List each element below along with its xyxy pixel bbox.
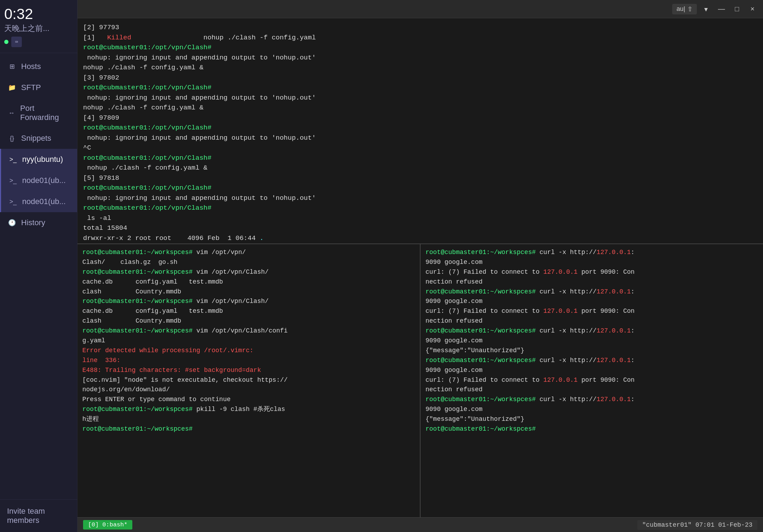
sidebar-item-snippets[interactable]: {} Snippets xyxy=(0,128,77,149)
term-line: 9090 google.com xyxy=(425,336,758,346)
share-icon: ⇧ xyxy=(687,5,693,13)
sidebar-bottom: Invite team members xyxy=(0,499,77,532)
term-line: Error detected while processing /root/.v… xyxy=(82,346,415,356)
sidebar-item-port-forwarding-label: Port Forwarding xyxy=(20,104,70,122)
session-label: au| xyxy=(676,5,685,13)
term-line: root@cubmaster01:~/workspces# vim /opt/v… xyxy=(82,326,415,336)
term-line: root@cubmaster01:~/workspces# xyxy=(425,424,758,434)
term-line: [4] 97809 xyxy=(83,113,757,123)
term-line: 9090 google.com xyxy=(425,366,758,375)
sidebar-item-node01-1-label: node01(ub... xyxy=(22,176,66,185)
term-line: root@cubmaster01:~/workspces# curl -x ht… xyxy=(425,248,758,258)
terminal-bottom-split: root@cubmaster01:~/workspces# vim /opt/v… xyxy=(77,243,763,517)
terminal-node2-icon: >_ xyxy=(8,197,18,207)
term-line: clash Country.mmdb xyxy=(82,287,415,297)
top-icons: ⌨ xyxy=(4,37,73,47)
term-line: nection refused xyxy=(425,385,758,395)
terminal-nyy-icon: >_ xyxy=(8,154,18,164)
term-line: [coc.nvim] "node" is not executable, che… xyxy=(82,375,415,385)
term-line: curl: (7) Failed to connect to 127.0.0.1… xyxy=(425,267,758,277)
term-line: nohup: ignoring input and appending outp… xyxy=(83,93,757,103)
terminal-node1-icon: >_ xyxy=(8,176,18,185)
term-line: root@cubmaster01:/opt/vpn/Clash# xyxy=(83,43,757,53)
term-line: g.yaml xyxy=(82,336,415,346)
term-line: ^C xyxy=(83,143,757,153)
term-line: root@cubmaster01:~/workspces# vim /opt/v… xyxy=(82,267,415,277)
term-line: line 336: xyxy=(82,356,415,366)
term-line: nohup: ignoring input and appending outp… xyxy=(83,133,757,143)
term-line: nohup ./clash -f config.yaml & xyxy=(83,103,757,113)
term-line: curl: (7) Failed to connect to 127.0.0.1… xyxy=(425,306,758,316)
sidebar-item-hosts[interactable]: ⊞ Hosts xyxy=(0,56,77,77)
term-line: ls -al xyxy=(83,213,757,223)
term-line: [3] 97802 xyxy=(83,73,757,83)
sidebar: 0:32 天晚上之前... ⌨ ⊞ Hosts 📁 SFTP ↔ Port Fo… xyxy=(0,0,77,532)
term-line: h进程 xyxy=(82,414,415,424)
session-button[interactable]: au| ⇧ xyxy=(672,4,697,14)
sidebar-item-nyy-ubuntu[interactable]: >_ nyy(ubuntu) xyxy=(0,149,77,170)
sidebar-item-snippets-label: Snippets xyxy=(21,134,51,143)
top-bar: au| ⇧ ▾ — □ × xyxy=(77,0,763,18)
terminal-area: [2] 97793 [1] Killed nohup ./clash -f co… xyxy=(77,18,763,517)
history-icon: 🕐 xyxy=(7,218,17,228)
status-bar-info: "cubmaster01" 07:01 01-Feb-23 xyxy=(637,520,757,530)
maximize-button[interactable]: □ xyxy=(732,4,742,14)
term-line: [2] 97793 xyxy=(83,23,757,33)
close-button[interactable]: × xyxy=(748,4,757,14)
term-line: 9090 google.com xyxy=(425,297,758,306)
sidebar-item-node01-2[interactable]: >_ node01(ub... xyxy=(0,191,77,212)
status-bar-session: [0] 0:bash* xyxy=(83,520,132,530)
dropdown-button[interactable]: ▾ xyxy=(701,4,711,14)
sidebar-item-node01-1[interactable]: >_ node01(ub... xyxy=(0,170,77,191)
term-line: root@cubmaster01:/opt/vpn/Clash# xyxy=(83,203,757,213)
sidebar-item-nyy-label: nyy(ubuntu) xyxy=(22,155,63,164)
invite-team-button[interactable]: Invite team members xyxy=(7,507,70,525)
term-line: 9090 google.com xyxy=(425,258,758,267)
term-line: root@cubmaster01:~/workspces# vim /opt/v… xyxy=(82,297,415,306)
term-line: root@cubmaster01:~/workspces# pkill -9 c… xyxy=(82,405,415,414)
term-line: curl: (7) Failed to connect to 127.0.0.1… xyxy=(425,375,758,385)
term-line: root@cubmaster01:~/workspces# xyxy=(82,424,415,434)
term-line: root@cubmaster01:/opt/vpn/Clash# xyxy=(83,123,757,133)
term-line: drwxr-xr-x 2 root root 4096 Feb 1 06:44 … xyxy=(83,233,757,243)
term-line: nohup: ignoring input and appending outp… xyxy=(83,53,757,63)
sidebar-nav: ⊞ Hosts 📁 SFTP ↔ Port Forwarding {} Snip… xyxy=(0,53,77,499)
sidebar-item-port-forwarding[interactable]: ↔ Port Forwarding xyxy=(0,98,77,128)
term-line: root@cubmaster01:~/workspces# curl -x ht… xyxy=(425,395,758,405)
term-line: root@cubmaster01:~/workspces# curl -x ht… xyxy=(425,326,758,336)
term-line: E488: Trailing characters: #set backgrou… xyxy=(82,366,415,375)
time-display: 0:32 xyxy=(4,6,73,23)
sidebar-top: 0:32 天晚上之前... ⌨ xyxy=(0,0,77,53)
term-line: root@cubmaster01:~/workspces# curl -x ht… xyxy=(425,356,758,366)
sidebar-item-history[interactable]: 🕐 History xyxy=(0,212,77,233)
term-line: Clash/ clash.gz go.sh xyxy=(82,258,415,267)
terminal-icon: ⌨ xyxy=(11,37,22,47)
minimize-button[interactable]: — xyxy=(717,4,726,14)
sidebar-item-node01-2-label: node01(ub... xyxy=(22,197,66,206)
sidebar-item-sftp[interactable]: 📁 SFTP xyxy=(0,77,77,98)
port-forwarding-icon: ↔ xyxy=(7,108,16,118)
terminal-top-pane[interactable]: [2] 97793 [1] Killed nohup ./clash -f co… xyxy=(77,18,763,243)
term-line: root@cubmaster01:~/workspces# vim /opt/v… xyxy=(82,248,415,258)
term-line: total 15804 xyxy=(83,223,757,233)
term-line: nection refused xyxy=(425,316,758,326)
terminal-right-pane[interactable]: root@cubmaster01:~/workspces# curl -x ht… xyxy=(420,244,763,517)
terminal-left-pane[interactable]: root@cubmaster01:~/workspces# vim /opt/v… xyxy=(77,244,420,517)
sidebar-item-sftp-label: SFTP xyxy=(21,83,41,92)
term-line: cache.db config.yaml test.mmdb xyxy=(82,277,415,287)
term-line: cache.db config.yaml test.mmdb xyxy=(82,306,415,316)
term-line: {"message":"Unauthorized"} xyxy=(425,346,758,356)
status-bar: [0] 0:bash* "cubmaster01" 07:01 01-Feb-2… xyxy=(77,517,763,532)
term-line: nohup: ignoring input and appending outp… xyxy=(83,193,757,203)
term-line: nection refused xyxy=(425,277,758,287)
online-indicator xyxy=(4,40,8,44)
term-line: root@cubmaster01:/opt/vpn/Clash# xyxy=(83,183,757,193)
term-line: root@cubmaster01:/opt/vpn/Clash# xyxy=(83,153,757,163)
window-controls: ▾ — □ × xyxy=(701,4,757,14)
hosts-icon: ⊞ xyxy=(7,62,17,71)
term-line: nohup ./clash -f config.yaml & xyxy=(83,163,757,173)
main-content: au| ⇧ ▾ — □ × [2] 97793 [1] Killed nohup… xyxy=(77,0,763,532)
term-line: {"message":"Unauthorized"} xyxy=(425,414,758,424)
term-line: [5] 97818 xyxy=(83,173,757,183)
term-line: root@cubmaster01:/opt/vpn/Clash# xyxy=(83,83,757,93)
